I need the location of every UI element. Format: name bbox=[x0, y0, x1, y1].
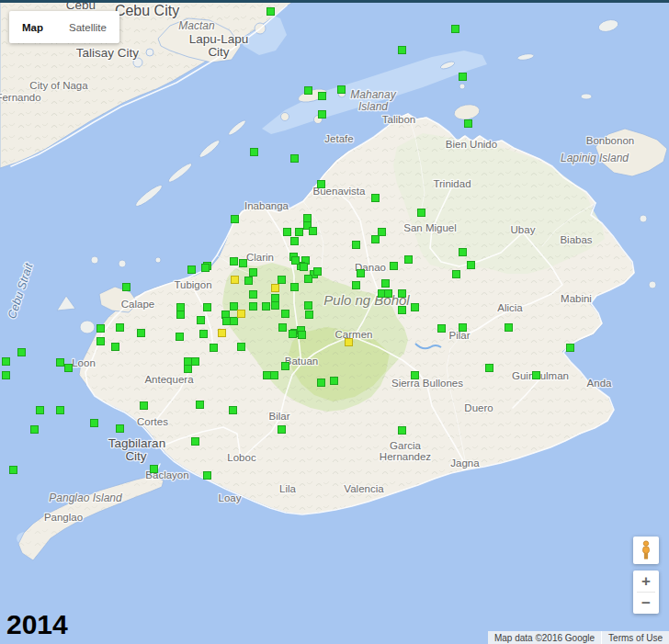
green-marker[interactable] bbox=[271, 301, 278, 309]
green-marker[interactable] bbox=[184, 365, 191, 372]
green-marker[interactable] bbox=[398, 306, 405, 313]
yellow-marker[interactable] bbox=[271, 284, 278, 291]
green-marker[interactable] bbox=[36, 406, 43, 413]
green-marker[interactable] bbox=[187, 266, 195, 273]
green-marker[interactable] bbox=[191, 357, 198, 365]
green-marker[interactable] bbox=[459, 323, 466, 331]
green-marker[interactable] bbox=[304, 86, 312, 94]
terms-of-use-link[interactable]: Terms of Use bbox=[608, 633, 663, 643]
green-marker[interactable] bbox=[467, 261, 474, 268]
green-marker[interactable] bbox=[390, 262, 397, 269]
green-marker[interactable] bbox=[309, 227, 316, 234]
green-marker[interactable] bbox=[330, 377, 337, 384]
green-marker[interactable] bbox=[304, 301, 312, 309]
green-marker[interactable] bbox=[9, 466, 17, 473]
green-marker[interactable] bbox=[305, 311, 312, 318]
green-marker[interactable] bbox=[270, 371, 278, 378]
green-marker[interactable] bbox=[266, 7, 274, 15]
green-marker[interactable] bbox=[437, 324, 445, 332]
green-marker[interactable] bbox=[263, 371, 270, 378]
green-marker[interactable] bbox=[317, 378, 324, 386]
green-marker[interactable] bbox=[371, 235, 379, 243]
green-marker[interactable] bbox=[271, 294, 278, 301]
green-marker[interactable] bbox=[459, 248, 466, 255]
green-marker[interactable] bbox=[290, 154, 298, 162]
green-marker[interactable] bbox=[203, 471, 210, 479]
map-type-map-button[interactable]: Map bbox=[9, 11, 56, 43]
green-marker[interactable] bbox=[317, 180, 324, 187]
green-marker[interactable] bbox=[96, 324, 104, 332]
green-marker[interactable] bbox=[566, 344, 573, 351]
green-marker[interactable] bbox=[249, 290, 256, 298]
green-marker[interactable] bbox=[303, 214, 311, 221]
green-marker[interactable] bbox=[176, 303, 184, 311]
green-marker[interactable] bbox=[116, 424, 123, 432]
green-marker[interactable] bbox=[318, 92, 325, 99]
green-marker[interactable] bbox=[505, 323, 512, 331]
green-marker[interactable] bbox=[283, 228, 290, 235]
green-marker[interactable] bbox=[278, 425, 285, 433]
green-marker[interactable] bbox=[249, 302, 256, 310]
green-marker[interactable] bbox=[201, 264, 209, 271]
map-canvas[interactable]: CebuCebu CityMactanLapu-LapuCityTalisay … bbox=[0, 0, 669, 644]
green-marker[interactable] bbox=[250, 148, 257, 155]
zoom-out-button[interactable]: − bbox=[633, 593, 659, 614]
pegman-button[interactable] bbox=[633, 537, 659, 564]
green-marker[interactable] bbox=[140, 401, 147, 409]
green-marker[interactable] bbox=[451, 25, 459, 32]
green-marker[interactable] bbox=[230, 257, 237, 265]
green-marker[interactable] bbox=[532, 371, 539, 378]
green-marker[interactable] bbox=[352, 241, 359, 248]
green-marker[interactable] bbox=[229, 406, 236, 413]
green-marker[interactable] bbox=[337, 85, 345, 93]
green-marker[interactable] bbox=[176, 311, 184, 318]
green-marker[interactable] bbox=[184, 357, 191, 365]
green-marker[interactable] bbox=[371, 194, 379, 201]
yellow-marker[interactable] bbox=[218, 329, 225, 336]
green-marker[interactable] bbox=[384, 289, 391, 297]
map-viewport[interactable]: CebuCebu CityMactanLapu-LapuCityTalisay … bbox=[0, 0, 669, 644]
green-marker[interactable] bbox=[485, 364, 493, 371]
green-marker[interactable] bbox=[96, 337, 104, 345]
yellow-marker[interactable] bbox=[237, 310, 244, 317]
green-marker[interactable] bbox=[230, 302, 237, 310]
green-marker[interactable] bbox=[278, 276, 285, 283]
green-marker[interactable] bbox=[90, 419, 97, 426]
green-marker[interactable] bbox=[278, 323, 286, 331]
green-marker[interactable] bbox=[116, 323, 123, 331]
green-marker[interactable] bbox=[357, 269, 364, 277]
green-marker[interactable] bbox=[304, 275, 312, 282]
green-marker[interactable] bbox=[230, 317, 237, 324]
green-marker[interactable] bbox=[196, 401, 203, 408]
green-marker[interactable] bbox=[64, 364, 72, 371]
green-marker[interactable] bbox=[237, 343, 244, 350]
green-marker[interactable] bbox=[210, 344, 217, 351]
green-marker[interactable] bbox=[2, 357, 9, 365]
green-marker[interactable] bbox=[111, 343, 119, 350]
green-marker[interactable] bbox=[381, 279, 389, 287]
green-marker[interactable] bbox=[199, 330, 207, 337]
zoom-in-button[interactable]: + bbox=[633, 571, 659, 592]
green-marker[interactable] bbox=[411, 303, 418, 311]
green-marker[interactable] bbox=[239, 259, 246, 266]
green-marker[interactable] bbox=[244, 277, 252, 284]
green-marker[interactable] bbox=[262, 302, 269, 310]
green-marker[interactable] bbox=[56, 358, 63, 366]
yellow-marker[interactable] bbox=[345, 338, 352, 345]
green-marker[interactable] bbox=[56, 406, 63, 413]
map-type-satellite-button[interactable]: Satellite bbox=[56, 11, 119, 43]
green-marker[interactable] bbox=[2, 371, 9, 378]
green-marker[interactable] bbox=[291, 256, 299, 264]
green-marker[interactable] bbox=[290, 283, 298, 290]
green-marker[interactable] bbox=[459, 73, 466, 80]
green-marker[interactable] bbox=[452, 270, 459, 277]
green-marker[interactable] bbox=[300, 263, 307, 270]
green-marker[interactable] bbox=[222, 317, 230, 324]
green-marker[interactable] bbox=[137, 329, 144, 336]
green-marker[interactable] bbox=[289, 330, 296, 337]
green-marker[interactable] bbox=[281, 362, 289, 369]
green-marker[interactable] bbox=[122, 283, 130, 290]
green-marker[interactable] bbox=[191, 437, 198, 445]
green-marker[interactable] bbox=[398, 46, 405, 53]
yellow-marker[interactable] bbox=[231, 276, 238, 283]
